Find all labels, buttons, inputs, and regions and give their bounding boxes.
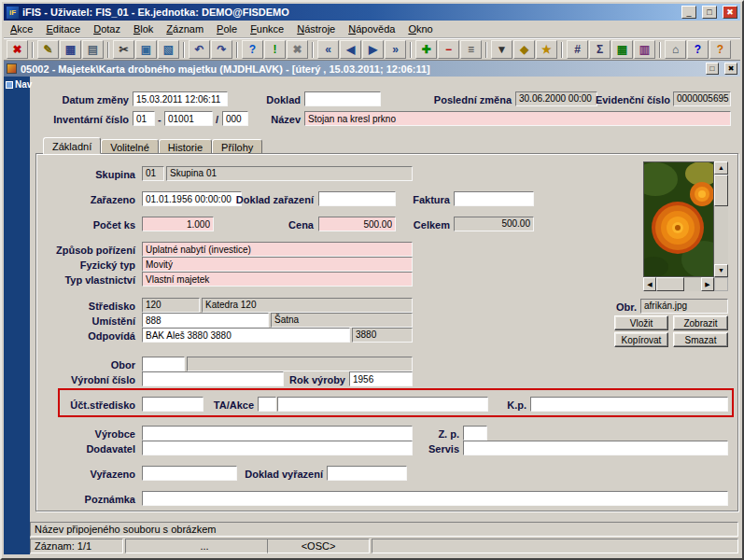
- cena-field[interactable]: [318, 217, 396, 231]
- zpusob-porizeni-field[interactable]: [142, 242, 413, 257]
- undo-icon[interactable]: ↶: [189, 40, 210, 59]
- scroll-down-icon[interactable]: ▼: [714, 264, 728, 277]
- scroll-up-icon[interactable]: ▲: [714, 161, 728, 175]
- servis-field[interactable]: [463, 441, 728, 455]
- inventarni-cislo-part1-field[interactable]: [133, 111, 155, 126]
- menu-item[interactable]: Akce: [4, 21, 39, 36]
- chart-icon[interactable]: ▥: [634, 40, 655, 59]
- nazev-label: Název: [254, 114, 301, 125]
- save-icon[interactable]: ▦: [60, 40, 81, 59]
- context-help-icon[interactable]: ?: [709, 40, 731, 59]
- delete-record-icon[interactable]: −: [438, 40, 459, 59]
- menu-item[interactable]: Okno: [401, 21, 439, 36]
- tab[interactable]: Volitelné: [101, 139, 159, 154]
- uct-stredisko-field[interactable]: [142, 397, 204, 412]
- evidencni-cislo-label: Evidenční číslo: [594, 94, 670, 105]
- vyrazeno-field[interactable]: [142, 466, 237, 481]
- kopirovat-button[interactable]: Kopírovat: [614, 332, 668, 347]
- menu-item[interactable]: Funkce: [244, 21, 290, 36]
- obor-code-field[interactable]: [142, 357, 185, 371]
- maximize-icon[interactable]: □: [702, 6, 717, 19]
- cancel-query-icon[interactable]: ✖: [287, 40, 308, 59]
- minimize-icon[interactable]: _: [681, 6, 696, 19]
- menu-item[interactable]: Pole: [210, 21, 244, 36]
- exit-icon[interactable]: ✖: [7, 40, 28, 59]
- ta-akce-name-field[interactable]: [277, 397, 488, 412]
- prev-record-icon[interactable]: ◀: [340, 40, 361, 59]
- nav-sidebar[interactable]: Nav: [4, 77, 30, 554]
- insert-record-icon[interactable]: ✚: [415, 40, 437, 59]
- vyrobni-cislo-field[interactable]: [142, 371, 284, 386]
- help-icon[interactable]: ?: [687, 40, 709, 59]
- export-excel-icon[interactable]: ▦: [611, 40, 633, 59]
- ta-akce-code-field[interactable]: [258, 397, 276, 412]
- dodavatel-field[interactable]: [142, 441, 413, 455]
- enter-query-icon[interactable]: ?: [242, 40, 263, 59]
- fyzicky-typ-field[interactable]: [142, 257, 413, 272]
- attachment-icon[interactable]: ★: [536, 40, 557, 59]
- last-record-icon[interactable]: »: [385, 40, 406, 59]
- odpovida-name-field[interactable]: [142, 328, 350, 343]
- menu-item[interactable]: Dotaz: [87, 21, 127, 36]
- print-icon[interactable]: ▤: [82, 40, 104, 59]
- vyrobce-field[interactable]: [142, 426, 413, 441]
- next-record-icon[interactable]: ▶: [362, 40, 384, 59]
- inventarni-cislo-part3-field[interactable]: [222, 111, 248, 126]
- zp-field[interactable]: [463, 426, 487, 441]
- kp-field[interactable]: [530, 397, 728, 412]
- status-hint: Název připojeného souboru s obrázkem: [30, 522, 738, 537]
- menu-item[interactable]: Nástroje: [290, 21, 342, 36]
- vertical-scroll-thumb[interactable]: [714, 175, 728, 206]
- rok-vyroby-field[interactable]: [349, 371, 413, 386]
- calculator-icon[interactable]: #: [567, 40, 588, 59]
- odpovida-code-field: 3880: [352, 328, 413, 343]
- close-icon[interactable]: ✖: [723, 6, 737, 19]
- pocet-ks-field[interactable]: [142, 217, 214, 231]
- list-values-icon[interactable]: ▼: [491, 40, 512, 59]
- duplicate-record-icon[interactable]: ≡: [460, 40, 482, 59]
- edit-icon[interactable]: ✎: [37, 40, 59, 59]
- doklad-label: Doklad: [248, 94, 301, 105]
- restore-icon[interactable]: □: [706, 63, 719, 75]
- home-icon[interactable]: ⌂: [665, 40, 686, 59]
- lock-record-icon[interactable]: ◆: [513, 40, 535, 59]
- tab[interactable]: Historie: [159, 139, 212, 154]
- zobrazit-button[interactable]: Zobrazit: [673, 315, 728, 330]
- nav-tab[interactable]: Nav: [4, 77, 30, 92]
- paste-icon[interactable]: ▧: [158, 40, 179, 59]
- sum-icon[interactable]: Σ: [589, 40, 611, 59]
- umisteni-code-field[interactable]: [142, 313, 269, 328]
- menu-item[interactable]: Nápověda: [342, 21, 401, 36]
- image-horizontal-scrollbar[interactable]: ◀ ▶: [643, 277, 714, 291]
- scroll-right-icon[interactable]: ▶: [701, 277, 714, 291]
- scroll-left-icon[interactable]: ◀: [643, 277, 656, 291]
- faktura-label: Faktura: [399, 194, 450, 205]
- typ-vlastnictvi-field[interactable]: [142, 272, 413, 287]
- horizontal-scroll-thumb[interactable]: [656, 277, 684, 291]
- doklad-field[interactable]: [304, 91, 381, 106]
- copy-icon[interactable]: ▣: [135, 40, 157, 59]
- tab[interactable]: Přílohy: [212, 139, 262, 154]
- faktura-field[interactable]: [454, 191, 534, 206]
- form-window-title: 05002 - Majetek\Karta drobného majetku (…: [21, 63, 700, 75]
- smazat-button[interactable]: Smazat: [673, 332, 728, 347]
- execute-query-icon[interactable]: !: [264, 40, 286, 59]
- datum-zmeny-field[interactable]: [133, 91, 228, 106]
- redo-icon[interactable]: ↷: [211, 40, 232, 59]
- menu-item[interactable]: Editace: [39, 21, 87, 36]
- cut-icon[interactable]: ✂: [113, 40, 134, 59]
- menu-item[interactable]: Blok: [127, 21, 160, 36]
- vlozit-button[interactable]: Vložit: [614, 315, 668, 330]
- inventarni-cislo-part2-field[interactable]: [164, 111, 213, 126]
- first-record-icon[interactable]: «: [317, 40, 339, 59]
- poznamka-field[interactable]: [142, 491, 728, 506]
- inner-close-icon[interactable]: ✖: [724, 63, 737, 75]
- tab[interactable]: Základní: [43, 137, 101, 154]
- image-vertical-scrollbar[interactable]: ▲ ▼: [714, 161, 728, 277]
- nazev-field[interactable]: [304, 111, 731, 126]
- nav-label: Nav: [15, 79, 32, 90]
- doklad-vyrazeni-field[interactable]: [327, 466, 407, 481]
- menu-item[interactable]: Záznam: [160, 21, 210, 36]
- doklad-zarazeni-field[interactable]: [318, 191, 396, 206]
- cena-label: Cena: [263, 219, 314, 231]
